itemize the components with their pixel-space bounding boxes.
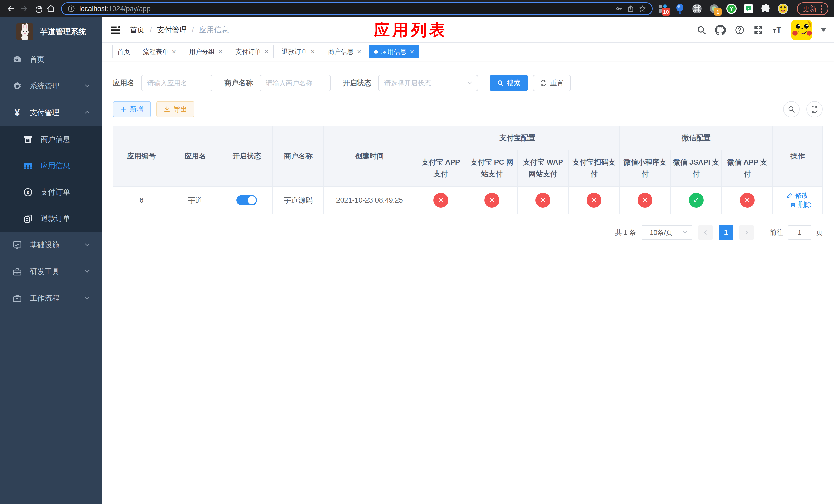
extension-y-icon[interactable]: Y — [726, 3, 737, 14]
user-avatar[interactable] — [791, 20, 812, 40]
cell-merchant: 芋道源码 — [272, 186, 324, 214]
search-button[interactable]: 搜索 — [490, 75, 528, 91]
sidebar-item-workflow[interactable]: 工作流程 — [0, 285, 102, 312]
site-info-icon[interactable] — [67, 5, 75, 13]
sidebar-item-merchant-info[interactable]: 商户信息 — [0, 126, 102, 153]
home-icon[interactable] — [44, 2, 58, 15]
chevron-up-icon — [84, 109, 90, 117]
status-select[interactable]: 请选择开启状态 — [378, 75, 478, 91]
current-page[interactable]: 1 — [719, 225, 733, 240]
enabled-switch[interactable] — [237, 195, 257, 205]
tab-merchant-info[interactable]: 商户信息✕ — [323, 45, 366, 59]
github-icon[interactable] — [715, 25, 726, 36]
extension-grid-icon[interactable]: 10 — [657, 3, 668, 14]
yen-circle-icon: ¥ — [23, 187, 33, 197]
tab-app-info[interactable]: 应用信息✕ — [369, 45, 419, 59]
prev-page-button[interactable] — [698, 225, 713, 240]
export-button[interactable]: 导出 — [156, 101, 194, 117]
help-icon[interactable] — [734, 25, 745, 35]
share-icon[interactable] — [627, 5, 635, 13]
password-key-icon[interactable] — [615, 5, 623, 13]
wechat-app-status-icon: ✕ — [740, 193, 755, 208]
sidebar-item-app-info[interactable]: 应用信息 — [0, 153, 102, 179]
close-icon[interactable]: ✕ — [357, 48, 361, 55]
sidebar-item-home[interactable]: 首页 — [0, 46, 102, 73]
sidebar-item-label: 工作流程 — [30, 293, 60, 303]
app-name-input[interactable] — [141, 75, 212, 91]
page-size-value: 10条/页 — [650, 228, 673, 237]
merchant-name-input[interactable] — [260, 75, 331, 91]
font-size-icon[interactable]: TT — [772, 25, 783, 36]
bookmark-star-icon[interactable] — [639, 5, 646, 13]
table-toolbar: 新增 导出 — [113, 101, 823, 117]
sidebar-item-infrastructure[interactable]: 基础设施 — [0, 232, 102, 258]
yen-icon: ¥ — [12, 108, 23, 118]
screen: localhost:1024/pay/app 10 1 Y — [0, 0, 834, 504]
svg-text:T: T — [776, 25, 782, 35]
fullscreen-icon[interactable] — [753, 25, 763, 35]
extension-balloon-icon[interactable] — [675, 3, 685, 14]
status-label: 开启状态 — [343, 78, 371, 88]
sidebar-item-label: 支付管理 — [30, 108, 60, 118]
col-wechat-jsapi: 微信 JSAPI 支付 — [671, 150, 722, 186]
tab-user-group[interactable]: 用户分组✕ — [184, 45, 227, 59]
browser-update-button[interactable]: 更新 — [797, 2, 828, 15]
svg-text:¥: ¥ — [26, 189, 29, 195]
next-page-button[interactable] — [739, 225, 754, 240]
breadcrumb: 首页 / 支付管理 / 应用信息 — [130, 25, 229, 35]
reload-icon[interactable] — [31, 2, 44, 15]
browser-chrome: localhost:1024/pay/app 10 1 Y — [0, 0, 834, 18]
navbar-actions: TT — [697, 20, 826, 40]
search-icon[interactable] — [697, 25, 706, 35]
close-icon[interactable]: ✕ — [264, 48, 269, 55]
tab-refund-orders[interactable]: 退款订单✕ — [277, 45, 320, 59]
sidebar-logo[interactable]: 芋道管理系统 — [0, 18, 102, 46]
sidebar-item-refund-orders[interactable]: 退款订单 — [0, 205, 102, 232]
close-icon[interactable]: ✕ — [172, 48, 176, 55]
sidebar-item-payment[interactable]: ¥ 支付管理 — [0, 99, 102, 126]
profile-avatar-icon[interactable] — [777, 3, 788, 14]
tags-view-bar: 首页 流程表单✕ 用户分组✕ 支付订单✕ 退款订单✕ 商户信息✕ 应用信息✕ — [102, 43, 834, 61]
tab-process-form[interactable]: 流程表单✕ — [138, 45, 181, 59]
forward-icon[interactable] — [18, 2, 31, 15]
breadcrumb-home[interactable]: 首页 — [130, 25, 145, 35]
tab-home[interactable]: 首页 — [112, 45, 135, 59]
extension-record-icon[interactable]: 1 — [709, 3, 720, 14]
extension-chat-icon[interactable] — [743, 3, 754, 14]
sidebar-item-label: 研发工具 — [30, 267, 60, 277]
group-alipay-config: 支付宝配置 — [415, 126, 620, 150]
goto-label: 前往 — [770, 228, 783, 237]
url-text: localhost:1024/pay/app — [79, 5, 151, 13]
chevron-down-icon — [467, 79, 473, 87]
close-icon[interactable]: ✕ — [310, 48, 315, 55]
delete-link[interactable]: 删除 — [790, 200, 811, 209]
pagination: 共 1 条 10条/页 1 前往 页 — [113, 225, 823, 240]
avatar-caret-icon[interactable] — [821, 28, 826, 31]
back-icon[interactable] — [4, 2, 18, 15]
extension-badge: 10 — [662, 8, 670, 16]
sidebar-item-dev-tools[interactable]: 研发工具 — [0, 258, 102, 285]
sidebar-item-system[interactable]: 系统管理 — [0, 73, 102, 99]
reset-button[interactable]: 重置 — [533, 75, 571, 91]
page-size-select[interactable]: 10条/页 — [642, 225, 693, 240]
sidebar-item-label: 商户信息 — [41, 134, 70, 144]
tab-pay-orders[interactable]: 支付订单✕ — [231, 45, 273, 59]
col-alipay-wap: 支付宝 WAP 网站支付 — [518, 150, 569, 186]
extension-command-icon[interactable] — [692, 3, 702, 14]
extensions-puzzle-icon[interactable] — [761, 3, 771, 14]
dashboard-icon — [12, 54, 23, 64]
toggle-search-button[interactable] — [783, 101, 799, 117]
close-icon[interactable]: ✕ — [410, 48, 414, 55]
close-icon[interactable]: ✕ — [218, 48, 222, 55]
alipay-qr-status-icon: ✕ — [587, 193, 601, 208]
breadcrumb-payment[interactable]: 支付管理 — [157, 25, 187, 35]
toolbox-icon — [12, 267, 23, 277]
edit-link[interactable]: 修改 — [787, 191, 808, 200]
sidebar-item-pay-orders[interactable]: ¥ 支付订单 — [0, 179, 102, 205]
browser-menu-icon[interactable] — [821, 5, 822, 13]
address-bar[interactable]: localhost:1024/pay/app — [61, 2, 653, 15]
refresh-button[interactable] — [806, 101, 823, 117]
collapse-sidebar-icon[interactable] — [109, 24, 121, 36]
add-button[interactable]: 新增 — [113, 101, 151, 117]
goto-page-input[interactable] — [788, 225, 811, 240]
